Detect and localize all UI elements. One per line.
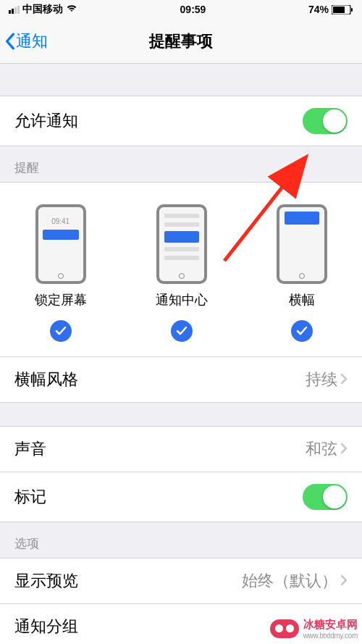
banner-preview-icon [277, 204, 327, 284]
show-previews-row[interactable]: 显示预览 始终（默认） [0, 558, 362, 604]
allow-notifications-toggle[interactable] [303, 108, 348, 134]
badge-toggle[interactable] [303, 484, 348, 510]
alert-type-lockscreen[interactable]: 09:41 锁定屏幕 [35, 204, 87, 342]
page-title: 提醒事项 [149, 30, 213, 52]
banner-style-value: 持续 [306, 369, 337, 390]
sound-row[interactable]: 声音 和弦 [0, 426, 362, 472]
alert-label: 锁定屏幕 [35, 291, 87, 309]
notification-center-preview-icon [156, 204, 207, 284]
status-left: 中国移动 [9, 3, 77, 16]
grouping-label: 通知分组 [14, 616, 78, 637]
alerts-header: 提醒 [0, 146, 362, 182]
chevron-right-icon [340, 572, 348, 590]
badge-row: 标记 [0, 472, 362, 522]
carrier-label: 中国移动 [22, 3, 63, 16]
chevron-right-icon [340, 440, 348, 459]
alert-label: 横幅 [289, 291, 315, 309]
check-icon [291, 320, 313, 342]
banner-style-label: 横幅风格 [14, 369, 78, 390]
wifi-icon [66, 4, 77, 15]
back-label: 通知 [16, 30, 48, 52]
chevron-right-icon [340, 370, 348, 389]
grouping-row[interactable]: 通知分组 [0, 603, 362, 644]
status-time: 09:59 [180, 4, 206, 15]
alert-type-banner[interactable]: 横幅 [277, 204, 327, 342]
battery-icon [332, 5, 353, 14]
alert-types-panel: 09:41 锁定屏幕 通知中心 横幅 [0, 182, 362, 357]
svg-rect-2 [351, 8, 353, 12]
allow-notifications-label: 允许通知 [14, 110, 78, 132]
show-previews-value: 始终（默认） [242, 570, 337, 592]
battery-pct: 74% [308, 4, 329, 15]
show-previews-label: 显示预览 [14, 570, 78, 592]
back-button[interactable]: 通知 [4, 30, 48, 52]
sound-value: 和弦 [306, 438, 337, 460]
lockscreen-preview-icon: 09:41 [35, 204, 86, 284]
check-icon [171, 320, 193, 342]
allow-notifications-row: 允许通知 [0, 96, 362, 146]
options-header: 选项 [0, 522, 362, 558]
status-bar: 中国移动 09:59 74% [0, 0, 362, 19]
nav-bar: 通知 提醒事项 [0, 19, 362, 64]
chevron-left-icon [4, 33, 16, 50]
alert-type-notification-center[interactable]: 通知中心 [156, 204, 208, 342]
alert-label: 通知中心 [156, 291, 208, 309]
status-right: 74% [308, 4, 353, 15]
signal-icon [9, 6, 20, 14]
sound-label: 声音 [14, 438, 46, 460]
svg-rect-1 [333, 7, 345, 13]
badge-label: 标记 [14, 486, 46, 508]
check-icon [50, 320, 72, 342]
banner-style-row[interactable]: 横幅风格 持续 [0, 357, 362, 403]
